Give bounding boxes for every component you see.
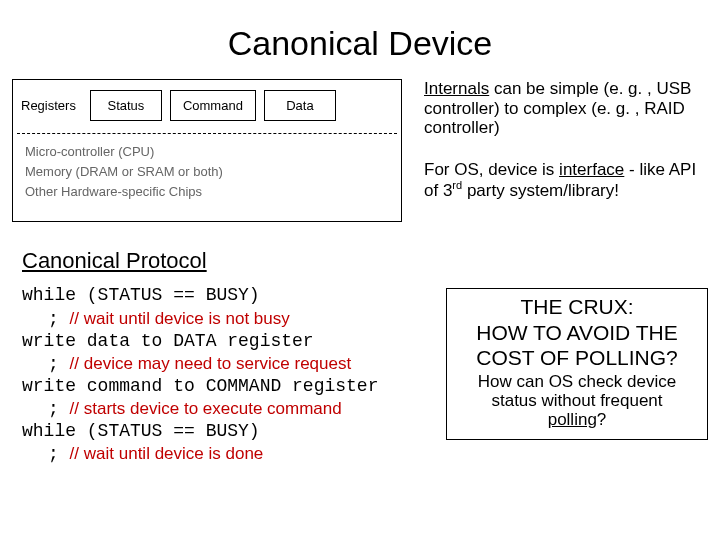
diagram-internals-list: Micro-controller (CPU) Memory (DRAM or S… [13,134,401,212]
right-notes: Internals can be simple (e. g. , USB con… [402,79,708,222]
slide-title: Canonical Device [0,0,720,79]
protocol-note-2: ; // device may need to service request [48,352,422,375]
crux-wrap: THE CRUX: HOW TO AVOID THE COST OF POLLI… [422,284,708,465]
register-box-data: Data [264,90,336,121]
register-box-status: Status [90,90,162,121]
diagram-line-1: Micro-controller (CPU) [25,142,389,162]
crux-title-1: THE CRUX: [455,295,699,319]
diagram-line-2: Memory (DRAM or SRAM or both) [25,162,389,182]
note-interface-sup: rd [452,179,462,191]
note-internals-keyword: Internals [424,79,489,98]
diagram-line-3: Other Hardware-specific Chips [25,182,389,202]
note-interface: For OS, device is interface - like API o… [424,160,708,201]
lower-row: while (STATUS == BUSY) ; // wait until d… [0,284,720,465]
upper-row: Registers Status Command Data Micro-cont… [0,79,720,222]
crux-title-3: COST OF POLLING? [455,346,699,370]
semicolon: ; [48,354,70,374]
crux-title-2: HOW TO AVOID THE [455,321,699,345]
protocol-comment-4: // wait until device is done [70,444,264,463]
protocol-line-1: while (STATUS == BUSY) [22,284,422,306]
note-interface-d: party system/library! [462,181,619,200]
crux-polling-word: polling [548,410,597,429]
protocol-note-4: ; // wait until device is done [48,442,422,465]
crux-body-2: status without frequent [455,391,699,410]
device-diagram: Registers Status Command Data Micro-cont… [12,79,402,222]
protocol-line-3: write command to COMMAND register [22,375,422,397]
protocol-header: Canonical Protocol [22,248,720,274]
register-box-command: Command [170,90,256,121]
crux-box: THE CRUX: HOW TO AVOID THE COST OF POLLI… [446,288,708,440]
protocol-note-1: ; // wait until device is not busy [48,307,422,330]
diagram-registers-row: Registers Status Command Data [13,80,401,133]
note-interface-a: For OS, device is [424,160,559,179]
protocol-line-2: write data to DATA register [22,330,422,352]
semicolon: ; [48,399,70,419]
protocol-block: while (STATUS == BUSY) ; // wait until d… [22,284,422,465]
crux-body-1: How can OS check device [455,372,699,391]
protocol-note-3: ; // starts device to execute command [48,397,422,420]
protocol-comment-1: // wait until device is not busy [70,309,290,328]
semicolon: ; [48,309,70,329]
registers-label: Registers [21,98,76,113]
semicolon: ; [48,444,70,464]
protocol-comment-2: // device may need to service request [70,354,352,373]
crux-body-3: polling? [455,410,699,429]
protocol-line-4: while (STATUS == BUSY) [22,420,422,442]
protocol-comment-3: // starts device to execute command [70,399,342,418]
note-interface-keyword: interface [559,160,624,179]
note-internals: Internals can be simple (e. g. , USB con… [424,79,708,138]
crux-qmark: ? [597,410,606,429]
